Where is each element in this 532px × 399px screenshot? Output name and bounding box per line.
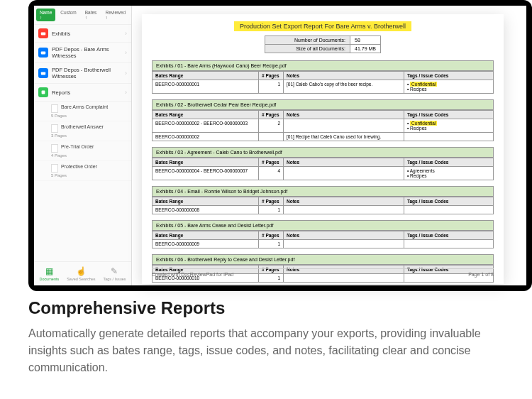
reports-icon (38, 87, 48, 97)
table-row: BEERCO-0000000091 (153, 240, 494, 248)
tab-bates[interactable]: Bates ↑ (82, 9, 101, 21)
meta-table: Number of Documents:58 Size of all Docum… (265, 35, 381, 53)
tag-icon: ✎ (103, 266, 126, 276)
footer-credit: Created with DocReviewPad for iPad (152, 272, 233, 277)
tags-cell: • Confidential• Recipes (404, 119, 494, 133)
sort-tabs: Name ↑ Custom Bates ↑ Reviewed ↑ (34, 6, 131, 25)
tags-cell (404, 206, 494, 214)
section-header: Exhibits / 01 - Bare Arms (Haywood Cano)… (152, 60, 494, 71)
bates-cell: BEERCO-000000009 (153, 240, 259, 248)
doc-title: Brotherwell Answer (61, 124, 104, 129)
chevron-right-icon: › (125, 70, 127, 77)
btab-label: Documents (39, 277, 59, 281)
sidebar-document-item[interactable]: Bare Arms Complaint5 Pages (34, 102, 131, 121)
btab-label: Tags / Issues (103, 277, 126, 281)
report-footer: Created with DocReviewPad for iPad Page … (152, 268, 494, 277)
tags-cell: • Agreements• Recipes (404, 167, 494, 180)
btab-label: Saved Searches (67, 277, 95, 281)
nav-label: PDF Depos - Bare Arms Witnesses (52, 46, 121, 59)
meta-value: 58 (350, 36, 381, 45)
data-table: Bates Range# PagesNotesTags / Issue Code… (152, 231, 494, 248)
btab-searches[interactable]: ☝Saved Searches (67, 266, 95, 281)
data-table: Bates Range# PagesNotesTags / Issue Code… (152, 71, 494, 94)
page-count: 5 Pages (51, 173, 67, 177)
notes-cell (284, 119, 404, 133)
notes-cell (284, 240, 404, 248)
btab-tags[interactable]: ✎Tags / Issues (103, 266, 126, 281)
page-count: 4 Pages (51, 153, 67, 158)
tags-cell: • Confidential• Recipes (404, 80, 494, 94)
page-thumb-icon (51, 164, 58, 173)
report-title: Production Set Export Report For Bare Ar… (152, 23, 494, 30)
tab-custom[interactable]: Custom (57, 9, 79, 21)
tab-name[interactable]: Name ↑ (36, 9, 55, 21)
page-count: 3 Pages (51, 133, 67, 138)
bottom-tabs: ▦Documents ☝Saved Searches ✎Tags / Issue… (34, 261, 131, 285)
report-section: Exhibits / 01 - Bare Arms (Haywood Cano)… (152, 60, 494, 94)
tab-reviewed[interactable]: Reviewed ↑ (101, 9, 129, 21)
section-header: Exhibits / 02 - Brotherwell Cedar Pear B… (152, 99, 494, 110)
bates-cell: BEERCO-000000004 - BEERCO-000000007 (153, 167, 259, 180)
table-row: BEERCO-0000000081 (153, 206, 494, 214)
nav-exhibits[interactable]: Exhibits › (34, 25, 131, 43)
svg-rect-1 (41, 51, 45, 54)
folder-icon (38, 48, 48, 58)
svg-rect-0 (41, 32, 45, 35)
sidebar: Name ↑ Custom Bates ↑ Reviewed ↑ Exhibit… (34, 6, 132, 285)
report-section: Exhibits / 04 - Email - Ronnie Wilson to… (152, 186, 494, 214)
page-thumb-icon (51, 104, 58, 113)
chevron-right-icon: › (125, 89, 127, 96)
sidebar-document-item[interactable]: Pre-Trial Order4 Pages (34, 141, 131, 161)
table-row: BEERCO-0000000011[01] Caleb Cabo's copy … (153, 80, 494, 94)
section-header: Exhibits / 06 - Brotherwell Reply to Cea… (152, 254, 494, 265)
table-row: BEERCO-000000004 - BEERCO-0000000074• Ag… (153, 167, 494, 180)
nav-depos1[interactable]: PDF Depos - Bare Arms Witnesses › (34, 43, 131, 63)
section-header: Exhibits / 05 - Bare Arms Cease and Desi… (152, 220, 494, 231)
page-number: Page 1 of 8 (468, 272, 494, 277)
report-section: Exhibits / 02 - Brotherwell Cedar Pear B… (152, 99, 494, 141)
nav-label: PDF Depos - Brotherwell Witnesses (52, 67, 121, 80)
bates-cell: BEERCO-000000001 (153, 80, 259, 94)
sidebar-document-item[interactable]: Brotherwell Answer3 Pages (34, 121, 131, 141)
section-header: Exhibits / 04 - Email - Ronnie Wilson to… (152, 186, 494, 197)
nav-label: Reports (52, 89, 121, 96)
report-section: Exhibits / 05 - Bare Arms Cease and Desi… (152, 220, 494, 248)
btab-documents[interactable]: ▦Documents (39, 266, 59, 281)
marketing-copy: Comprehensive Reports Automatically gene… (28, 298, 504, 376)
chevron-right-icon: › (125, 49, 127, 56)
nav-reports[interactable]: Reports › (34, 84, 131, 102)
report-section: Exhibits / 03 - Agreement - Caleb Cano t… (152, 147, 494, 180)
chevron-right-icon: › (125, 30, 127, 37)
svg-rect-3 (42, 91, 45, 94)
nav-label: Exhibits (52, 31, 121, 37)
report-document: Production Set Export Report For Bare Ar… (142, 14, 504, 284)
pages-cell: 1 (259, 80, 284, 94)
doc-title: Protective Order (61, 164, 97, 169)
pages-cell (259, 133, 284, 141)
page-thumb-icon (51, 144, 58, 153)
document-icon: ▦ (39, 266, 59, 276)
meta-label: Size of all Documents: (265, 45, 350, 53)
nav-depos2[interactable]: PDF Depos - Brotherwell Witnesses › (34, 63, 131, 84)
data-table: Bates Range# PagesNotesTags / Issue Code… (152, 110, 494, 141)
pages-cell: 1 (259, 206, 284, 214)
tags-cell (404, 133, 494, 141)
folder-icon (38, 68, 48, 78)
bates-cell: BEERCO-000000002 (153, 133, 259, 141)
data-table: Bates Range# PagesNotesTags / Issue Code… (152, 158, 494, 180)
notes-cell: [01] Recipe that Caleb Cano used for bre… (284, 133, 404, 141)
doc-title: Pre-Trial Order (61, 144, 94, 149)
svg-rect-2 (41, 72, 45, 75)
sidebar-document-item[interactable]: Protective Order5 Pages (34, 161, 131, 181)
marketing-text: Automatically generate detailed reports … (28, 325, 504, 376)
page-count: 5 Pages (51, 114, 67, 118)
search-icon: ☝ (67, 266, 95, 276)
tags-cell (404, 240, 494, 248)
page-thumb-icon (51, 124, 58, 133)
notes-cell (284, 167, 404, 180)
table-row: BEERCO-000000002 - BEERCO-0000000032• Co… (153, 119, 494, 133)
bates-cell: BEERCO-000000008 (153, 206, 259, 214)
doc-title: Bare Arms Complaint (61, 104, 108, 109)
pages-cell: 4 (259, 167, 284, 180)
folder-icon (38, 28, 48, 38)
